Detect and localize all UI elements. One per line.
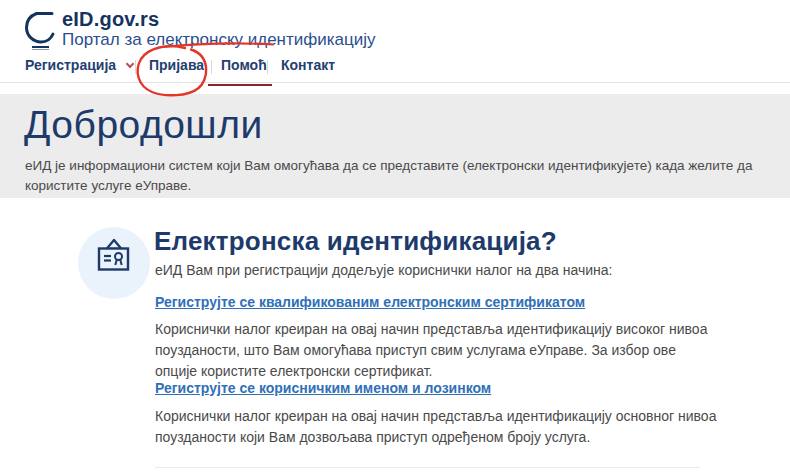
section-title: Електронска идентификација? — [154, 226, 557, 257]
hero-section: Добродошли еИД је информациони систем ко… — [0, 94, 790, 198]
section-intro: еИД Вам при регистрацији додељује корисн… — [155, 262, 755, 278]
register-certificate-link[interactable]: Региструјте се квалификованим електронск… — [155, 294, 585, 310]
page-title: Добродошли — [24, 103, 263, 147]
nav-separator — [135, 60, 136, 74]
main-nav: Регистрација Пријава Помоћ Контакт — [0, 50, 790, 83]
nav-separator — [211, 60, 212, 74]
site-title: eID.gov.rs — [62, 8, 159, 31]
certificate-icon — [78, 227, 150, 299]
nav-item-label: Контакт — [281, 57, 335, 73]
site-subtitle: Портал за електронску идентификацију — [62, 30, 376, 50]
username-option-description: Кориснички налог креиран на овај начин п… — [155, 406, 717, 448]
eid-logo-icon — [24, 8, 58, 54]
register-username-link[interactable]: Региструјте се корисничким именом и лози… — [155, 380, 491, 396]
nav-item-pomoc[interactable]: Помоћ — [221, 57, 267, 73]
nav-item-prijava[interactable]: Пријава — [149, 57, 204, 73]
hero-description: еИД је информациони систем који Вам омог… — [25, 156, 780, 195]
nav-item-registracija[interactable]: Регистрација — [25, 57, 133, 73]
nav-item-label: Пријава — [149, 57, 204, 73]
section-divider — [155, 467, 700, 468]
header: eID.gov.rs Портал за електронску идентиф… — [0, 0, 790, 50]
nav-item-label: Помоћ — [221, 57, 267, 73]
nav-item-label: Регистрација — [25, 57, 116, 73]
nav-item-kontakt[interactable]: Контакт — [281, 57, 335, 73]
certificate-option-description: Кориснички налог креиран на овај начин п… — [155, 319, 717, 382]
eid-portal-page: eID.gov.rs Портал за електронску идентиф… — [0, 0, 790, 474]
nav-separator — [267, 60, 268, 74]
chevron-down-icon — [126, 60, 134, 68]
